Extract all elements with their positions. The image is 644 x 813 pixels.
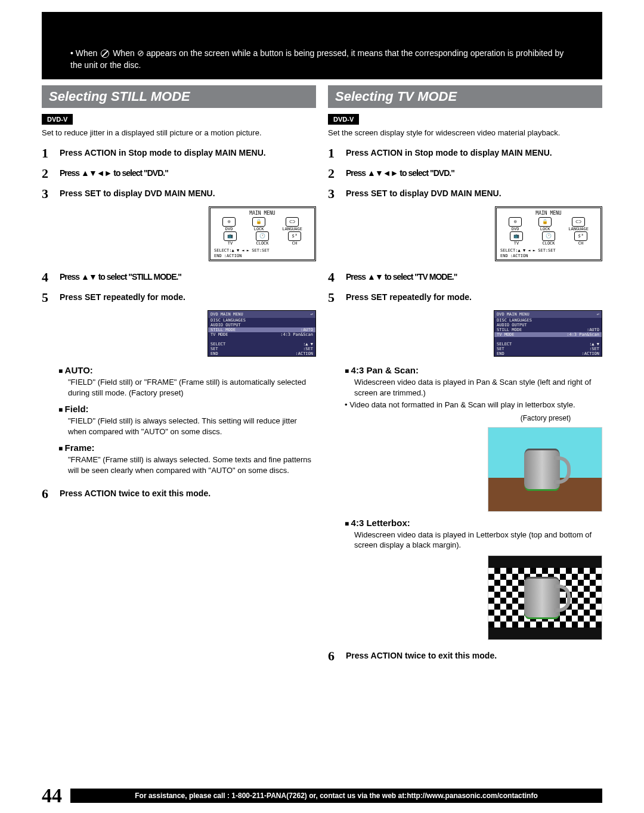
- opt-letterbox-head: 4:3 Letterbox:: [345, 518, 602, 528]
- dvd-menu-figure-left: DVD MAIN MENU↩ DISC LANGUAGES AUDIO OUTP…: [208, 310, 316, 357]
- step-num: 3: [328, 186, 340, 202]
- dvd-menu-figure-right: DVD MAIN MENU↩ DISC LANGUAGES AUDIO OUTP…: [494, 310, 602, 357]
- step-num: 3: [42, 186, 54, 202]
- opt-field-body: "FIELD" (Field still) is always selected…: [68, 416, 316, 437]
- step-text: Press ▲▼ to select "STILL MODE.": [60, 270, 181, 285]
- step-text: Press ▲▼◄► to select "DVD.": [60, 166, 168, 181]
- step-text: Press SET repeatedly for mode.: [60, 290, 185, 305]
- intro-left: Set to reduce jitter in a displayed stil…: [42, 128, 316, 137]
- opt-frame-body: "FRAME" (Frame still) is always selected…: [68, 455, 316, 475]
- step-text: Press ACTION twice to exit this mode.: [346, 648, 497, 664]
- opt-panscan-body2: Video data not formatted in Pan & Scan w…: [345, 400, 602, 410]
- heading-still: Selecting STILL MODE: [42, 85, 316, 108]
- opt-letterbox-body: Widescreen video data is played in Lette…: [354, 530, 602, 551]
- badge-dvdv-left: DVD-V: [42, 114, 73, 125]
- step-num: 2: [328, 166, 340, 181]
- step-text: Press SET to display DVD MAIN MENU.: [346, 186, 501, 202]
- heading-tv: Selecting TV MODE: [328, 85, 602, 108]
- banner-text: When ⊘ appears on the screen while a but…: [70, 48, 564, 70]
- opt-auto-head: AUTO:: [58, 365, 316, 375]
- step-text: Press ▲▼ to select "TV MODE.": [346, 270, 457, 285]
- step-num: 5: [328, 290, 340, 305]
- figure-letterbox: [488, 555, 602, 640]
- step-text: Press ACTION twice to exit this mode.: [60, 486, 210, 502]
- step-text: Press ACTION in Stop mode to display MAI…: [60, 146, 266, 161]
- col-tv-mode: Selecting TV MODE DVD-V Set the screen d…: [328, 85, 602, 669]
- opt-field-head: Field:: [58, 404, 316, 414]
- intro-right: Set the screen display style for widescr…: [328, 128, 602, 137]
- step-text: Press ▲▼◄► to select "DVD.": [346, 166, 454, 181]
- step-text: Press SET repeatedly for mode.: [346, 290, 472, 305]
- col-still-mode: Selecting STILL MODE DVD-V Set to reduce…: [42, 85, 316, 669]
- page-footer: 44 For assistance, please call : 1-800-2…: [42, 784, 602, 807]
- main-menu-figure-right: MAIN MENU ⊙DVD 🔒LOCK ⊂⊃LANGUAGE 📺TV 🕐CLO…: [495, 206, 602, 261]
- step-num: 4: [42, 270, 54, 285]
- step-num: 6: [42, 486, 54, 502]
- figure-panscan: [488, 427, 602, 512]
- banner: • When When ⊘ appears on the screen whil…: [42, 12, 602, 79]
- step-text: Press SET to display DVD MAIN MENU.: [60, 186, 215, 202]
- opt-panscan-head: 4:3 Pan & Scan:: [345, 365, 602, 375]
- step-num: 6: [328, 648, 340, 664]
- opt-auto-body: "FIELD" (Field still) or "FRAME" (Frame …: [68, 377, 316, 398]
- main-menu-figure-left: MAIN MENU ⊙DVD 🔒LOCK ⊂⊃LANGUAGE 📺TV 🕐CLO…: [209, 206, 316, 261]
- factory-preset: (Factory preset): [489, 414, 602, 422]
- badge-dvdv-right: DVD-V: [328, 114, 359, 125]
- page-number: 44: [42, 784, 62, 807]
- prohibit-icon: [101, 50, 109, 58]
- step-num: 4: [328, 270, 340, 285]
- step-text: Press ACTION in Stop mode to display MAI…: [346, 146, 552, 161]
- step-num: 1: [42, 146, 54, 161]
- opt-panscan-body1: Widescreen video data is played in Pan &…: [354, 377, 602, 398]
- step-num: 1: [328, 146, 340, 161]
- footer-bar: For assistance, please call : 1-800-211-…: [70, 789, 602, 803]
- step-num: 2: [42, 166, 54, 181]
- opt-frame-head: Frame:: [58, 443, 316, 453]
- step-num: 5: [42, 290, 54, 305]
